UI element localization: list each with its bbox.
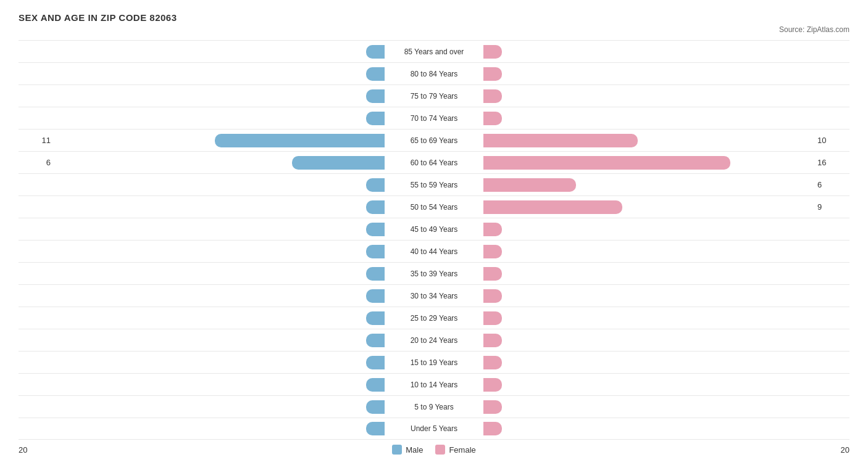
bar-row: 50 to 54 Years 9 [19,196,849,218]
male-bar [366,400,385,414]
male-bar [366,89,385,103]
female-bar [483,45,502,59]
bars-container: 65 to 69 Years [56,130,812,151]
bars-container: 85 Years and over [56,41,812,62]
male-bar [366,267,385,281]
half-right [483,152,812,173]
female-bar [483,156,730,170]
bar-row: 20 to 24 Years [19,329,849,351]
male-value: 6 [19,158,56,167]
male-bar [366,311,385,325]
age-label: 30 to 34 Years [385,289,483,303]
female-bar [483,200,622,214]
male-bar [366,245,385,258]
bars-container: 40 to 44 Years [56,241,812,262]
half-right [483,418,812,439]
male-bar [366,289,385,303]
bars-container: 20 to 24 Years [56,329,812,351]
bar-row: 80 to 84 Years [19,62,849,84]
half-left [56,218,385,240]
bars-container: 10 to 14 Years [56,374,812,395]
bar-row: 11 65 to 69 Years 10 [19,129,849,151]
male-swatch [392,445,402,455]
female-bar [483,289,502,303]
age-label: 50 to 54 Years [385,200,483,214]
bar-row: 30 to 34 Years [19,284,849,307]
female-bar [483,311,502,325]
half-right [483,174,812,196]
half-left [56,196,385,218]
age-label: 10 to 14 Years [385,378,483,392]
source-line: Source: ZipAtlas.com [19,25,849,34]
bars-container: 30 to 34 Years [56,285,812,307]
female-bar [483,112,502,125]
chart-title: SEX AND AGE IN ZIP CODE 82063 [19,12,849,23]
legend-item-female: Female [435,445,475,455]
bar-row: 40 to 44 Years [19,240,849,262]
bars-container: 60 to 64 Years [56,152,812,173]
half-left [56,285,385,307]
bars-container: 55 to 59 Years [56,174,812,196]
age-label: 80 to 84 Years [385,67,483,81]
female-bar [483,245,502,258]
bars-container: 25 to 29 Years [56,307,812,329]
bar-row: 45 to 49 Years [19,218,849,240]
half-right [483,41,812,62]
male-bar [215,134,385,147]
axis-label-left: 20 [19,445,27,455]
bar-row: 55 to 59 Years 6 [19,173,849,196]
half-left [56,41,385,62]
female-bar [483,422,502,435]
age-label: 40 to 44 Years [385,245,483,258]
half-left [56,263,385,284]
half-left [56,63,385,84]
half-left [56,241,385,262]
age-label: 65 to 69 Years [385,134,483,147]
bars-container: 70 to 74 Years [56,107,812,129]
half-left [56,152,385,173]
age-label: 25 to 29 Years [385,311,483,325]
half-left [56,329,385,351]
female-label: Female [449,445,475,455]
bar-row: Under 5 Years [19,418,849,440]
female-bar [483,134,638,147]
male-bar [366,178,385,192]
bars-container: 50 to 54 Years [56,196,812,218]
female-bar [483,89,502,103]
age-label: 20 to 24 Years [385,334,483,347]
half-right [483,329,812,351]
half-right [483,130,812,151]
half-left [56,307,385,329]
male-label: Male [406,445,423,455]
half-left [56,396,385,418]
bars-container: 5 to 9 Years [56,396,812,418]
female-bar [483,378,502,392]
age-label: 35 to 39 Years [385,267,483,281]
half-right [483,285,812,307]
half-left [56,374,385,395]
half-right [483,63,812,84]
legend-center: Male Female [392,445,476,455]
male-bar [366,200,385,214]
age-label: Under 5 Years [385,422,483,435]
bars-container: 35 to 39 Years [56,263,812,284]
male-bar [366,112,385,125]
male-bar [366,422,385,435]
half-right [483,241,812,262]
half-right [483,263,812,284]
female-bar [483,267,502,281]
half-left [56,107,385,129]
half-left [56,352,385,373]
bar-row: 35 to 39 Years [19,262,849,284]
half-right [483,396,812,418]
female-value: 6 [812,180,849,189]
bar-row: 6 60 to 64 Years 16 [19,151,849,173]
bar-row: 25 to 29 Years [19,307,849,329]
half-right [483,196,812,218]
bars-container: 80 to 84 Years [56,63,812,84]
age-label: 75 to 79 Years [385,89,483,103]
legend-item-male: Male [392,445,423,455]
half-left [56,174,385,196]
bar-row: 5 to 9 Years [19,395,849,418]
female-swatch [435,445,445,455]
